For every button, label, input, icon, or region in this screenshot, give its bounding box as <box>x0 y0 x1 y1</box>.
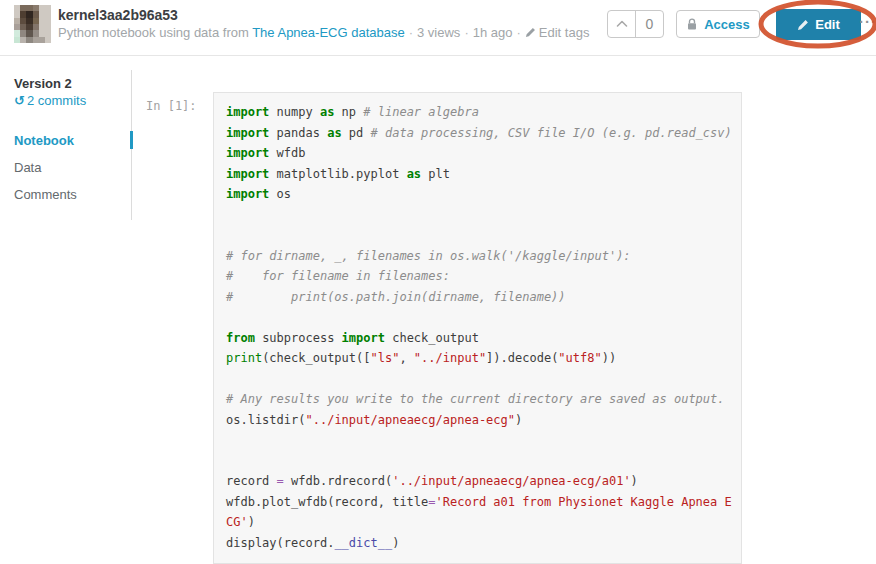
subtitle-prefix: Python notebook using data from <box>58 25 252 40</box>
code-line: import pandas as pd # data processing, C… <box>226 123 735 144</box>
code-line: from subprocess import check_output <box>226 328 735 349</box>
lock-icon <box>686 18 698 31</box>
sidebar-item-data[interactable]: Data <box>0 155 131 180</box>
chevron-up-icon <box>615 19 629 29</box>
version-label: Version 2 <box>14 76 72 91</box>
avatar[interactable] <box>14 5 51 43</box>
age-label: 1h ago <box>473 25 513 40</box>
more-options-button[interactable]: ··· <box>859 13 876 30</box>
upvote-control: 0 <box>607 10 664 38</box>
code-line: display(record.__dict__) <box>226 533 735 554</box>
notebook-header: kernel3aa2b96a53 Python notebook using d… <box>0 0 876 56</box>
commits-link[interactable]: ↺2 commits <box>14 93 86 108</box>
code-line <box>226 225 735 246</box>
access-button-label: Access <box>704 17 750 32</box>
pencil-icon <box>797 19 809 31</box>
sidebar-item-comments[interactable]: Comments <box>0 182 131 207</box>
code-line: # print(os.path.join(dirname, filename)) <box>226 287 735 308</box>
code-line <box>226 307 735 328</box>
code-line: os.listdir("../input/apneaecg/apnea-ecg"… <box>226 410 735 431</box>
dot-separator: · <box>409 25 413 40</box>
code-line: print(check_output(["ls", "../input"]).d… <box>226 348 735 369</box>
upvote-count: 0 <box>636 11 663 37</box>
edit-tags-link[interactable]: Edit tags <box>539 25 590 40</box>
code-line <box>226 369 735 390</box>
pencil-icon <box>525 26 536 41</box>
access-button[interactable]: Access <box>676 10 760 38</box>
dataset-link[interactable]: The Apnea-ECG database <box>252 25 405 40</box>
code-line: # Any results you write to the current d… <box>226 389 735 410</box>
code-line: record = wfdb.rdrecord('../input/apneaec… <box>226 471 735 492</box>
page-title: kernel3aa2b96a53 <box>58 7 178 23</box>
code-line <box>226 430 735 451</box>
dot-separator: · <box>516 25 520 40</box>
upvote-button[interactable] <box>608 11 636 37</box>
edit-button-label: Edit <box>815 17 840 32</box>
code-line: import matplotlib.pyplot as plt <box>226 164 735 185</box>
code-block: import numpy as np # linear algebraimpor… <box>226 102 735 553</box>
code-line: # for dirname, _, filenames in os.walk('… <box>226 246 735 267</box>
code-line: wfdb.plot_wfdb(record, title='Record a01… <box>226 492 735 513</box>
code-line: CG') <box>226 512 735 533</box>
code-line: # for filename in filenames: <box>226 266 735 287</box>
dot-separator: · <box>464 25 468 40</box>
views-count: 3 views <box>417 25 460 40</box>
code-line: import numpy as np # linear algebra <box>226 102 735 123</box>
edit-button[interactable]: Edit <box>776 9 861 40</box>
cell-prompt: In [1]: <box>146 99 197 113</box>
commits-label: 2 commits <box>27 93 86 108</box>
sidebar-nav: NotebookDataComments <box>0 128 131 209</box>
code-line <box>226 451 735 472</box>
code-line: import os <box>226 184 735 205</box>
notebook-subtitle: Python notebook using data from The Apne… <box>58 25 589 41</box>
code-line: import wfdb <box>226 143 735 164</box>
code-cell[interactable]: import numpy as np # linear algebraimpor… <box>213 92 742 564</box>
code-line <box>226 205 735 226</box>
history-icon: ↺ <box>14 93 25 108</box>
sidebar-item-notebook[interactable]: Notebook <box>0 128 131 153</box>
